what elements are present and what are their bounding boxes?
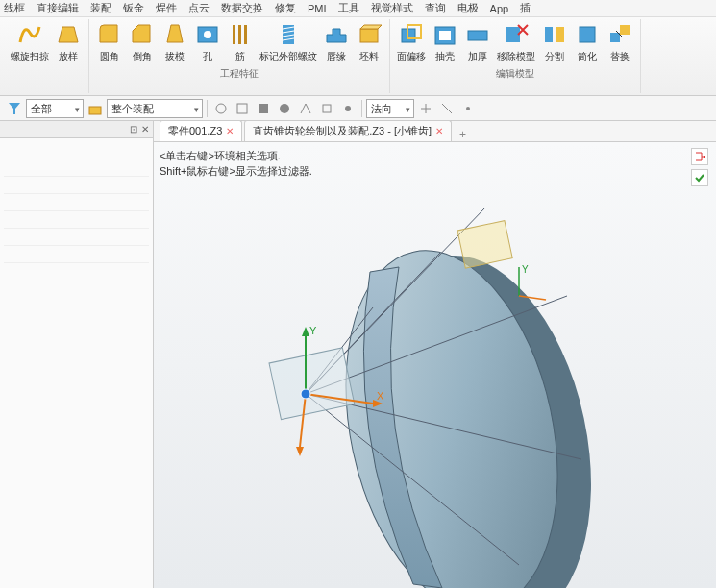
svg-rect-15: [506, 27, 520, 42]
filter-type-dropdown[interactable]: 全部: [26, 99, 84, 118]
lip-button[interactable]: 唇缘: [322, 19, 351, 65]
face-offset-button[interactable]: 面偏移: [396, 19, 427, 65]
remove-model-button[interactable]: 移除模型: [496, 19, 536, 65]
orient-tool-2[interactable]: [437, 99, 457, 118]
menu-item[interactable]: 修复: [275, 1, 296, 15]
svg-rect-24: [237, 104, 247, 113]
menu-item[interactable]: 插: [520, 1, 531, 15]
offset-icon: [398, 21, 425, 48]
thread-icon: [275, 21, 302, 48]
filter-icon[interactable]: [5, 99, 24, 118]
svg-point-23: [216, 104, 226, 113]
menu-item[interactable]: PMI: [308, 3, 327, 14]
sidebar-row[interactable]: [4, 194, 149, 211]
menu-item[interactable]: 电极: [457, 1, 479, 15]
menu-item[interactable]: 工具: [338, 1, 359, 15]
menu-item[interactable]: 装配: [90, 1, 111, 15]
document-tabs: 零件001.Z3 ✕ 直齿锥齿轮绘制以及装配.Z3 - [小锥齿] ✕ +: [154, 121, 716, 142]
ribbon: 螺旋扫掠 放样 圆角 倒角 拔模 孔 筋 标记外部螺纹 唇缘 坯料 工程特征 面…: [0, 17, 716, 96]
svg-rect-22: [89, 107, 101, 114]
svg-marker-41: [302, 327, 309, 336]
tab-gear-assembly[interactable]: 直齿锥齿轮绘制以及装配.Z3 - [小锥齿] ✕: [244, 120, 452, 141]
view-tool-7[interactable]: [338, 99, 358, 118]
hole-icon: [194, 21, 221, 48]
lip-icon: [323, 21, 350, 48]
filter-toolbar: 全部 整个装配 法向: [0, 96, 716, 121]
replace-button[interactable]: 替换: [605, 19, 634, 65]
view-tool-6[interactable]: [317, 99, 336, 118]
view-tool-5[interactable]: [296, 99, 315, 118]
orient-tool-1[interactable]: [416, 99, 435, 118]
sidebar-row[interactable]: [4, 246, 149, 263]
tab-close-icon[interactable]: ✕: [226, 126, 234, 136]
sidebar-pin-icon[interactable]: ⊡: [130, 124, 137, 135]
assembly-scope-dropdown[interactable]: 整个装配: [107, 99, 203, 118]
view-tool-4[interactable]: [275, 99, 294, 118]
tab-close-icon[interactable]: ✕: [435, 126, 443, 136]
menu-item[interactable]: 视觉样式: [371, 1, 413, 15]
thicken-button[interactable]: 加厚: [463, 19, 492, 65]
simplify-icon: [574, 21, 601, 48]
orientation-dropdown[interactable]: 法向: [366, 99, 414, 118]
sidebar-row[interactable]: [4, 211, 149, 229]
tab-part001[interactable]: 零件001.Z3 ✕: [160, 120, 242, 141]
sidebar-header: ⊡ ✕: [0, 121, 153, 138]
svg-marker-47: [296, 447, 304, 456]
helix-sweep-button[interactable]: 螺旋扫掠: [10, 19, 50, 65]
svg-rect-6: [244, 25, 247, 44]
menu-item[interactable]: App: [490, 3, 509, 14]
svg-rect-4: [233, 25, 235, 44]
ribbon-group-sweep: 螺旋扫掠 放样: [4, 19, 89, 93]
3d-viewport[interactable]: <单击右键>环境相关选项. Shift+鼠标右键>显示选择过滤器.: [154, 142, 716, 588]
fillet-icon: [96, 21, 123, 48]
menu-item[interactable]: 线框: [4, 1, 25, 15]
svg-marker-1: [167, 25, 183, 42]
svg-rect-25: [259, 104, 268, 113]
loft-button[interactable]: 放样: [54, 19, 83, 65]
shell-button[interactable]: 抽壳: [431, 19, 459, 65]
helix-icon: [16, 21, 43, 48]
3d-model-render: Y X Y: [154, 142, 716, 588]
thicken-icon: [464, 21, 491, 48]
menu-item[interactable]: 查询: [425, 1, 446, 15]
svg-text:X: X: [377, 390, 384, 402]
svg-point-48: [301, 389, 310, 399]
svg-point-26: [280, 104, 289, 113]
menu-item[interactable]: 点云: [188, 1, 210, 15]
menu-item[interactable]: 直接编辑: [37, 1, 79, 15]
svg-rect-8: [360, 29, 378, 42]
fillet-button[interactable]: 圆角: [95, 19, 124, 65]
view-tool-2[interactable]: [233, 99, 252, 118]
draft-button[interactable]: 拔模: [160, 19, 189, 65]
orient-tool-3[interactable]: [458, 99, 478, 118]
svg-rect-16: [545, 27, 553, 42]
thread-button[interactable]: 标记外部螺纹: [259, 19, 318, 65]
rib-button[interactable]: 筋: [226, 19, 255, 65]
split-button[interactable]: 分割: [540, 19, 569, 65]
sidebar-row[interactable]: [4, 142, 149, 159]
simplify-button[interactable]: 简化: [573, 19, 602, 65]
sidebar-close-icon[interactable]: ✕: [141, 124, 149, 135]
hole-button[interactable]: 孔: [193, 19, 222, 65]
draft-icon: [161, 21, 188, 48]
chamfer-icon: [129, 21, 156, 48]
stock-button[interactable]: 坯料: [355, 19, 383, 65]
tab-add-button[interactable]: +: [454, 128, 472, 141]
shell-icon: [432, 21, 458, 48]
view-tool-1[interactable]: [211, 99, 231, 118]
split-icon: [541, 21, 568, 48]
sidebar-row[interactable]: [4, 229, 149, 246]
svg-rect-18: [580, 27, 595, 42]
svg-text:Y: Y: [522, 264, 529, 275]
view-tool-3[interactable]: [254, 99, 273, 118]
menu-item[interactable]: 数据交换: [221, 1, 263, 15]
menu-item[interactable]: 钣金: [123, 1, 144, 15]
menu-item[interactable]: 焊件: [156, 1, 177, 15]
loft-icon: [55, 21, 82, 48]
sidebar-row[interactable]: [4, 177, 149, 194]
sidebar-row[interactable]: [4, 159, 149, 177]
svg-marker-0: [59, 27, 78, 42]
assembly-icon[interactable]: [86, 99, 105, 118]
chamfer-button[interactable]: 倒角: [128, 19, 157, 65]
replace-icon: [606, 21, 633, 48]
